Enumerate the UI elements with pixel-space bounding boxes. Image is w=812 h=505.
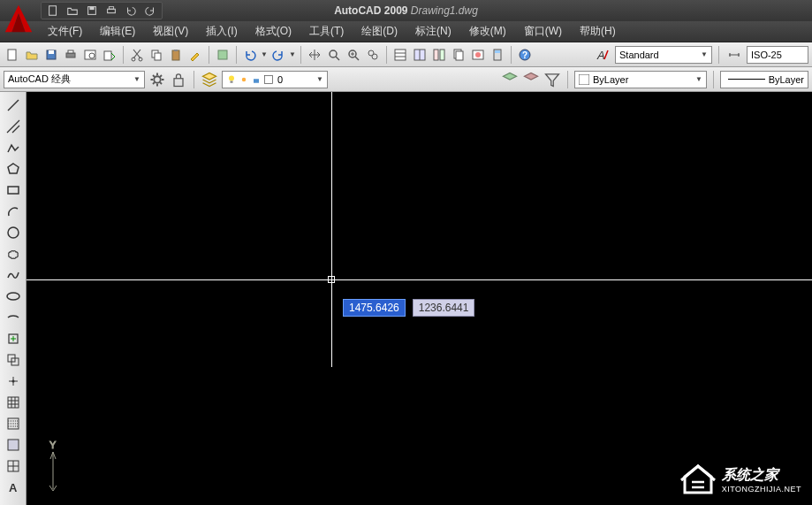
layer-previous-icon[interactable] xyxy=(522,71,540,88)
spline-icon[interactable] xyxy=(4,265,23,285)
text-style-icon[interactable]: A xyxy=(594,46,611,64)
ellipse-arc-icon[interactable] xyxy=(4,308,23,327)
ellipse-icon[interactable] xyxy=(4,287,23,306)
ucs-icon: Y xyxy=(39,440,74,496)
zoom-previous-icon[interactable] xyxy=(364,46,382,64)
menu-tools[interactable]: 工具(T) xyxy=(300,21,353,42)
paste-icon[interactable] xyxy=(167,46,185,64)
crosshair-vertical xyxy=(331,92,332,367)
sheet-set-icon[interactable] xyxy=(450,46,467,64)
insert-block-icon[interactable] xyxy=(4,329,23,348)
color-combo[interactable]: ByLayer ▼ xyxy=(574,71,707,88)
layer-combo[interactable]: 0 ▼ xyxy=(222,71,328,88)
cut-icon[interactable] xyxy=(128,46,146,64)
polyline-icon[interactable] xyxy=(4,138,23,157)
menu-format[interactable]: 格式(O) xyxy=(247,21,300,42)
copy-icon[interactable] xyxy=(148,46,165,64)
separator xyxy=(511,46,512,64)
separator xyxy=(194,71,194,88)
chevron-down-icon: ▼ xyxy=(697,50,708,58)
markup-icon[interactable] xyxy=(469,46,487,64)
construction-line-icon[interactable] xyxy=(4,117,23,136)
zoom-window-icon[interactable] xyxy=(345,46,362,64)
text-style-combo[interactable]: Standard ▼ xyxy=(615,46,712,64)
open-icon[interactable] xyxy=(23,46,41,64)
quick-access-toolbar xyxy=(41,2,163,19)
svg-rect-8 xyxy=(66,53,75,57)
hatch-icon[interactable] xyxy=(4,393,23,412)
menu-file[interactable]: 文件(F) xyxy=(39,21,91,42)
calculator-icon[interactable] xyxy=(489,46,506,64)
design-center-icon[interactable] xyxy=(411,46,429,64)
linetype-combo[interactable]: ByLayer xyxy=(720,71,808,88)
menu-dimension[interactable]: 标注(N) xyxy=(406,21,460,42)
svg-rect-16 xyxy=(155,53,161,60)
gradient-icon[interactable] xyxy=(4,414,23,433)
text-icon[interactable]: A xyxy=(4,478,23,497)
svg-rect-43 xyxy=(231,80,233,82)
svg-point-23 xyxy=(372,54,377,59)
dim-style-combo[interactable]: ISO-25 xyxy=(747,46,808,64)
layer-filter-icon[interactable] xyxy=(543,71,561,88)
layer-manager-icon[interactable] xyxy=(201,71,218,88)
separator xyxy=(386,46,387,64)
menu-insert[interactable]: 插入(I) xyxy=(197,21,246,42)
help-icon[interactable]: ? xyxy=(516,46,534,64)
workspace-lock-icon[interactable] xyxy=(170,71,187,88)
coord-y-input[interactable]: 1236.6441 xyxy=(413,299,475,317)
qat-new-icon[interactable] xyxy=(45,4,61,18)
layer-states-icon[interactable] xyxy=(501,71,519,88)
chevron-down-icon: ▼ xyxy=(313,75,323,83)
app-logo[interactable] xyxy=(2,2,35,35)
table-icon[interactable] xyxy=(4,456,23,476)
arc-icon[interactable] xyxy=(4,202,23,221)
document-name: Drawing1.dwg xyxy=(411,4,478,17)
menu-modify[interactable]: 修改(M) xyxy=(460,21,515,42)
redo-icon[interactable] xyxy=(269,46,287,64)
print-icon[interactable] xyxy=(62,46,80,64)
drawing-canvas[interactable]: 1475.6426 1236.6441 Y 系统之家 XITONGZHIJIA.… xyxy=(27,92,812,505)
qat-save-icon[interactable] xyxy=(84,4,100,18)
svg-point-40 xyxy=(154,76,161,83)
block-editor-icon[interactable] xyxy=(214,46,231,64)
linetype-preview xyxy=(728,79,765,80)
line-icon[interactable] xyxy=(4,96,23,115)
coord-x-input[interactable]: 1475.6426 xyxy=(343,299,406,317)
match-properties-icon[interactable] xyxy=(186,46,204,64)
publish-icon[interactable] xyxy=(101,46,118,64)
workspace-combo[interactable]: AutoCAD 经典 ▼ xyxy=(4,71,145,88)
polygon-icon[interactable] xyxy=(4,159,23,179)
properties-icon[interactable] xyxy=(391,46,409,64)
undo-dropdown[interactable]: ▼ xyxy=(261,50,268,58)
svg-point-53 xyxy=(8,227,19,238)
pan-icon[interactable] xyxy=(306,46,323,64)
make-block-icon[interactable] xyxy=(4,350,23,370)
redo-dropdown[interactable]: ▼ xyxy=(289,50,296,58)
rectangle-icon[interactable] xyxy=(4,180,23,200)
qat-redo-icon[interactable] xyxy=(142,4,158,18)
undo-icon[interactable] xyxy=(241,46,259,64)
zoom-realtime-icon[interactable] xyxy=(325,46,343,64)
menu-draw[interactable]: 绘图(D) xyxy=(353,21,406,42)
qat-open-icon[interactable] xyxy=(65,4,80,18)
qat-print-icon[interactable] xyxy=(103,4,119,18)
workspace: A 1475.6426 1236.6441 Y 系统之家 xyxy=(0,92,812,505)
separator xyxy=(718,46,719,64)
new-icon[interactable] xyxy=(4,46,21,64)
save-icon[interactable] xyxy=(42,46,60,64)
workspace-settings-icon[interactable] xyxy=(148,71,166,88)
dim-style-icon[interactable] xyxy=(725,46,743,64)
qat-undo-icon[interactable] xyxy=(123,4,139,18)
menu-edit[interactable]: 编辑(E) xyxy=(91,21,144,42)
menu-window[interactable]: 窗口(W) xyxy=(515,21,571,42)
point-icon[interactable] xyxy=(4,371,23,391)
separator xyxy=(123,46,124,64)
circle-icon[interactable] xyxy=(4,223,23,242)
workspace-value: AutoCAD 经典 xyxy=(8,73,71,86)
tool-palettes-icon[interactable] xyxy=(430,46,448,64)
region-icon[interactable] xyxy=(4,435,23,455)
menu-help[interactable]: 帮助(H) xyxy=(571,21,625,42)
menu-view[interactable]: 视图(V) xyxy=(144,21,197,42)
plot-preview-icon[interactable] xyxy=(81,46,99,64)
revision-cloud-icon[interactable] xyxy=(4,244,23,264)
